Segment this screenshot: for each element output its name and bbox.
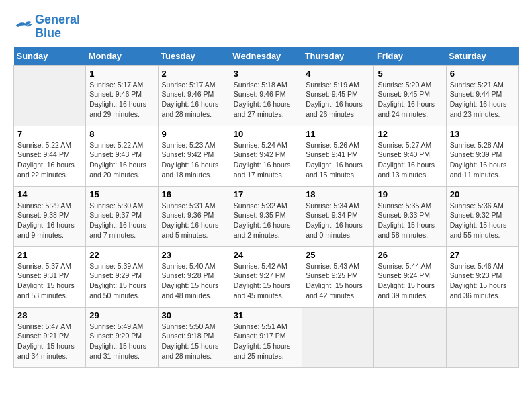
day-info: Sunrise: 5:24 AM Sunset: 9:42 PM Dayligh… — [234, 140, 298, 180]
calendar-cell: 1Sunrise: 5:17 AM Sunset: 9:46 PM Daylig… — [86, 65, 158, 126]
day-info: Sunrise: 5:29 AM Sunset: 9:38 PM Dayligh… — [17, 201, 82, 240]
day-number: 24 — [234, 250, 298, 260]
day-info: Sunrise: 5:46 AM Sunset: 9:23 PM Dayligh… — [450, 261, 515, 301]
calendar-cell: 8Sunrise: 5:22 AM Sunset: 9:43 PM Daylig… — [86, 126, 158, 186]
calendar-cell: 9Sunrise: 5:23 AM Sunset: 9:42 PM Daylig… — [158, 126, 230, 186]
weekday-header: Tuesday — [158, 47, 230, 66]
day-info: Sunrise: 5:42 AM Sunset: 9:27 PM Dayligh… — [234, 261, 298, 301]
calendar-cell: 21Sunrise: 5:37 AM Sunset: 9:31 PM Dayli… — [14, 246, 86, 307]
weekday-header: Sunday — [14, 47, 86, 66]
day-info: Sunrise: 5:23 AM Sunset: 9:42 PM Dayligh… — [162, 140, 226, 180]
day-number: 31 — [234, 310, 298, 320]
day-info: Sunrise: 5:28 AM Sunset: 9:39 PM Dayligh… — [450, 140, 515, 180]
calendar-cell — [374, 307, 446, 367]
day-number: 3 — [234, 68, 298, 79]
day-number: 27 — [450, 250, 515, 260]
day-info: Sunrise: 5:21 AM Sunset: 9:44 PM Dayligh… — [450, 80, 515, 120]
calendar-cell: 22Sunrise: 5:39 AM Sunset: 9:29 PM Dayli… — [86, 246, 158, 307]
calendar-cell: 6Sunrise: 5:21 AM Sunset: 9:44 PM Daylig… — [446, 65, 518, 126]
day-info: Sunrise: 5:49 AM Sunset: 9:20 PM Dayligh… — [89, 322, 154, 361]
day-number: 25 — [306, 250, 370, 260]
calendar-cell: 4Sunrise: 5:19 AM Sunset: 9:45 PM Daylig… — [302, 65, 374, 126]
calendar-cell: 31Sunrise: 5:51 AM Sunset: 9:17 PM Dayli… — [230, 307, 302, 367]
calendar-cell — [446, 307, 518, 367]
day-number: 1 — [89, 68, 154, 79]
calendar-cell: 25Sunrise: 5:43 AM Sunset: 9:25 PM Dayli… — [302, 246, 374, 307]
day-info: Sunrise: 5:39 AM Sunset: 9:29 PM Dayligh… — [89, 261, 154, 301]
day-info: Sunrise: 5:30 AM Sunset: 9:37 PM Dayligh… — [89, 201, 154, 240]
logo: General Blue — [13, 13, 80, 40]
day-info: Sunrise: 5:27 AM Sunset: 9:40 PM Dayligh… — [378, 140, 442, 180]
day-number: 2 — [162, 68, 226, 79]
calendar-cell: 13Sunrise: 5:28 AM Sunset: 9:39 PM Dayli… — [446, 126, 518, 186]
calendar-cell: 28Sunrise: 5:47 AM Sunset: 9:21 PM Dayli… — [14, 307, 86, 367]
day-number: 26 — [378, 250, 442, 260]
day-info: Sunrise: 5:18 AM Sunset: 9:46 PM Dayligh… — [234, 80, 298, 120]
day-info: Sunrise: 5:22 AM Sunset: 9:44 PM Dayligh… — [17, 140, 82, 180]
day-info: Sunrise: 5:17 AM Sunset: 9:46 PM Dayligh… — [89, 80, 154, 120]
calendar-week-row: 1Sunrise: 5:17 AM Sunset: 9:46 PM Daylig… — [14, 65, 519, 126]
day-number: 20 — [450, 189, 515, 199]
calendar-week-row: 28Sunrise: 5:47 AM Sunset: 9:21 PM Dayli… — [14, 307, 519, 367]
calendar-header-row: SundayMondayTuesdayWednesdayThursdayFrid… — [14, 47, 519, 66]
day-number: 6 — [450, 68, 515, 79]
day-number: 21 — [17, 250, 82, 260]
calendar-week-row: 14Sunrise: 5:29 AM Sunset: 9:38 PM Dayli… — [14, 186, 519, 246]
calendar-cell: 23Sunrise: 5:40 AM Sunset: 9:28 PM Dayli… — [158, 246, 230, 307]
calendar-cell: 14Sunrise: 5:29 AM Sunset: 9:38 PM Dayli… — [14, 186, 86, 246]
day-info: Sunrise: 5:26 AM Sunset: 9:41 PM Dayligh… — [306, 140, 370, 180]
calendar-cell: 19Sunrise: 5:35 AM Sunset: 9:33 PM Dayli… — [374, 186, 446, 246]
day-number: 30 — [162, 310, 226, 320]
day-number: 22 — [89, 250, 154, 260]
day-number: 7 — [17, 129, 82, 139]
day-number: 16 — [162, 189, 226, 199]
day-info: Sunrise: 5:50 AM Sunset: 9:18 PM Dayligh… — [162, 322, 226, 361]
day-number: 10 — [234, 129, 298, 139]
day-number: 29 — [89, 310, 154, 320]
calendar-cell: 24Sunrise: 5:42 AM Sunset: 9:27 PM Dayli… — [230, 246, 302, 307]
day-number: 5 — [378, 68, 442, 79]
day-info: Sunrise: 5:31 AM Sunset: 9:36 PM Dayligh… — [162, 201, 226, 240]
calendar-cell: 26Sunrise: 5:44 AM Sunset: 9:24 PM Dayli… — [374, 246, 446, 307]
weekday-header: Monday — [86, 47, 158, 66]
day-number: 28 — [17, 310, 82, 320]
calendar-cell — [302, 307, 374, 367]
day-info: Sunrise: 5:44 AM Sunset: 9:24 PM Dayligh… — [378, 261, 442, 301]
calendar-cell: 17Sunrise: 5:32 AM Sunset: 9:35 PM Dayli… — [230, 186, 302, 246]
calendar-cell: 5Sunrise: 5:20 AM Sunset: 9:45 PM Daylig… — [374, 65, 446, 126]
day-number: 17 — [234, 189, 298, 199]
day-number: 12 — [378, 129, 442, 139]
calendar-table: SundayMondayTuesdayWednesdayThursdayFrid… — [13, 47, 519, 368]
day-number: 9 — [162, 129, 226, 139]
weekday-header: Saturday — [446, 47, 518, 66]
day-info: Sunrise: 5:37 AM Sunset: 9:31 PM Dayligh… — [17, 261, 82, 301]
day-info: Sunrise: 5:32 AM Sunset: 9:35 PM Dayligh… — [234, 201, 298, 240]
day-info: Sunrise: 5:36 AM Sunset: 9:32 PM Dayligh… — [450, 201, 515, 240]
calendar-cell: 18Sunrise: 5:34 AM Sunset: 9:34 PM Dayli… — [302, 186, 374, 246]
day-number: 11 — [306, 129, 370, 139]
day-number: 13 — [450, 129, 515, 139]
day-info: Sunrise: 5:22 AM Sunset: 9:43 PM Dayligh… — [89, 140, 154, 180]
calendar-cell: 15Sunrise: 5:30 AM Sunset: 9:37 PM Dayli… — [86, 186, 158, 246]
day-info: Sunrise: 5:19 AM Sunset: 9:45 PM Dayligh… — [306, 80, 370, 120]
day-number: 19 — [378, 189, 442, 199]
day-number: 15 — [89, 189, 154, 199]
calendar-cell: 3Sunrise: 5:18 AM Sunset: 9:46 PM Daylig… — [230, 65, 302, 126]
day-info: Sunrise: 5:34 AM Sunset: 9:34 PM Dayligh… — [306, 201, 370, 240]
day-number: 18 — [306, 189, 370, 199]
weekday-header: Thursday — [302, 47, 374, 66]
calendar-cell: 29Sunrise: 5:49 AM Sunset: 9:20 PM Dayli… — [86, 307, 158, 367]
calendar-week-row: 21Sunrise: 5:37 AM Sunset: 9:31 PM Dayli… — [14, 246, 519, 307]
calendar-cell: 10Sunrise: 5:24 AM Sunset: 9:42 PM Dayli… — [230, 126, 302, 186]
calendar-cell: 27Sunrise: 5:46 AM Sunset: 9:23 PM Dayli… — [446, 246, 518, 307]
calendar-cell: 2Sunrise: 5:17 AM Sunset: 9:46 PM Daylig… — [158, 65, 230, 126]
calendar-cell: 30Sunrise: 5:50 AM Sunset: 9:18 PM Dayli… — [158, 307, 230, 367]
day-info: Sunrise: 5:47 AM Sunset: 9:21 PM Dayligh… — [17, 322, 82, 361]
day-number: 8 — [89, 129, 154, 139]
calendar-cell: 7Sunrise: 5:22 AM Sunset: 9:44 PM Daylig… — [14, 126, 86, 186]
day-info: Sunrise: 5:17 AM Sunset: 9:46 PM Dayligh… — [162, 80, 226, 120]
day-info: Sunrise: 5:40 AM Sunset: 9:28 PM Dayligh… — [162, 261, 226, 301]
day-info: Sunrise: 5:20 AM Sunset: 9:45 PM Dayligh… — [378, 80, 442, 120]
day-info: Sunrise: 5:51 AM Sunset: 9:17 PM Dayligh… — [234, 322, 298, 361]
calendar-cell — [14, 65, 86, 126]
